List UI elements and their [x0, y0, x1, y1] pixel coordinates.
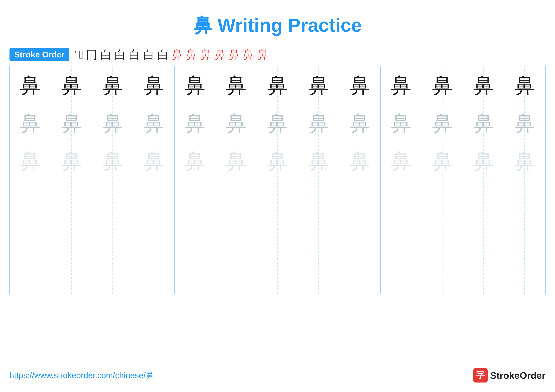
grid-cell[interactable]: [10, 180, 51, 218]
grid-cell[interactable]: 鼻: [298, 104, 339, 142]
grid-cell[interactable]: [51, 256, 92, 294]
grid-cell[interactable]: 鼻: [463, 142, 504, 180]
stroke-9: 鼻: [171, 49, 183, 60]
grid-cell[interactable]: 鼻: [175, 66, 216, 104]
grid-cell[interactable]: 鼻: [463, 66, 504, 104]
grid-cell[interactable]: 鼻: [257, 66, 298, 104]
grid-cell[interactable]: [133, 218, 174, 256]
grid-cell[interactable]: [339, 218, 380, 256]
stroke-order-section: Stroke Order ' 𠃌 冂 白 白 白 白 白 鼻 鼻 鼻 鼻 鼻 鼻…: [0, 45, 555, 66]
grid-cell[interactable]: [51, 218, 92, 256]
table-row: [10, 256, 545, 294]
practice-char: 鼻: [391, 112, 411, 135]
grid-cell[interactable]: 鼻: [257, 104, 298, 142]
grid-cell[interactable]: [216, 218, 257, 256]
practice-char: 鼻: [391, 73, 411, 97]
grid-cell[interactable]: [380, 218, 422, 256]
grid-cell[interactable]: 鼻: [422, 104, 463, 142]
grid-cell[interactable]: [257, 180, 298, 218]
stroke-2: 𠃌: [79, 49, 83, 60]
stroke-3: 冂: [86, 49, 97, 60]
grid-cell[interactable]: 鼻: [216, 104, 257, 142]
grid-cell[interactable]: [216, 256, 257, 294]
stroke-8: 白: [157, 49, 169, 60]
grid-cell[interactable]: 鼻: [216, 142, 257, 180]
grid-cell[interactable]: [298, 180, 339, 218]
grid-cell[interactable]: [463, 256, 504, 294]
grid-cell[interactable]: [257, 218, 298, 256]
grid-cell[interactable]: 鼻: [10, 142, 51, 180]
grid-cell[interactable]: 鼻: [51, 142, 92, 180]
grid-cell[interactable]: [10, 218, 51, 256]
grid-cell[interactable]: [92, 180, 133, 218]
practice-char: 鼻: [391, 150, 411, 172]
grid-cell[interactable]: 鼻: [257, 142, 298, 180]
grid-cell[interactable]: [339, 256, 380, 294]
grid-cell[interactable]: 鼻: [298, 66, 339, 104]
grid-cell[interactable]: [504, 256, 545, 294]
grid-cell[interactable]: 鼻: [463, 104, 504, 142]
grid-cell[interactable]: [298, 218, 339, 256]
practice-char: 鼻: [102, 150, 123, 172]
grid-cell[interactable]: 鼻: [92, 142, 133, 180]
grid-cell[interactable]: 鼻: [175, 104, 216, 142]
grid-cell[interactable]: 鼻: [339, 104, 380, 142]
grid-cell[interactable]: [339, 180, 380, 218]
footer-link[interactable]: https://www.strokeorder.com/chinese/鼻: [9, 370, 154, 381]
grid-cell[interactable]: 鼻: [422, 142, 463, 180]
grid-cell[interactable]: 鼻: [133, 66, 174, 104]
grid-cell[interactable]: [380, 180, 422, 218]
grid-cell[interactable]: 鼻: [133, 142, 174, 180]
grid-cell[interactable]: [133, 256, 174, 294]
grid-cell[interactable]: 鼻: [380, 142, 422, 180]
practice-char: 鼻: [144, 112, 164, 135]
grid-cell[interactable]: [298, 256, 339, 294]
grid-cell[interactable]: [175, 256, 216, 294]
grid-cell[interactable]: 鼻: [51, 66, 92, 104]
grid-cell[interactable]: 鼻: [422, 66, 463, 104]
grid-cell[interactable]: 鼻: [10, 66, 51, 104]
grid-cell[interactable]: [422, 180, 463, 218]
grid-cell[interactable]: [216, 180, 257, 218]
grid-cell[interactable]: [422, 218, 463, 256]
grid-cell[interactable]: [51, 180, 92, 218]
grid-cell[interactable]: 鼻: [92, 66, 133, 104]
table-row: 鼻 鼻 鼻 鼻 鼻 鼻 鼻 鼻 鼻 鼻 鼻 鼻 鼻: [10, 142, 545, 180]
grid-cell[interactable]: 鼻: [504, 104, 545, 142]
grid-cell[interactable]: [92, 218, 133, 256]
stroke-11: 鼻: [200, 49, 211, 60]
grid-cell[interactable]: 鼻: [133, 104, 174, 142]
practice-char: 鼻: [473, 73, 494, 97]
practice-char: 鼻: [267, 150, 288, 172]
grid-cell[interactable]: 鼻: [216, 66, 257, 104]
grid-cell[interactable]: [463, 218, 504, 256]
grid-cell[interactable]: 鼻: [504, 142, 545, 180]
grid-cell[interactable]: [133, 180, 174, 218]
grid-cell[interactable]: [92, 256, 133, 294]
grid-cell[interactable]: 鼻: [380, 66, 422, 104]
grid-cell[interactable]: [380, 256, 422, 294]
grid-cell[interactable]: 鼻: [339, 66, 380, 104]
grid-cell[interactable]: [175, 218, 216, 256]
grid-cell[interactable]: 鼻: [298, 142, 339, 180]
grid-cell[interactable]: [422, 256, 463, 294]
grid-cell[interactable]: 鼻: [51, 104, 92, 142]
grid-cell[interactable]: 鼻: [10, 104, 51, 142]
grid-cell[interactable]: 鼻: [504, 66, 545, 104]
grid-cell[interactable]: [10, 256, 51, 294]
grid-cell[interactable]: [463, 180, 504, 218]
grid-cell[interactable]: [504, 180, 545, 218]
stroke-chars-container: ' 𠃌 冂 白 白 白 白 白 鼻 鼻 鼻 鼻 鼻 鼻 鼻: [74, 49, 268, 60]
stroke-7: 白: [143, 49, 154, 60]
stroke-12: 鼻: [214, 49, 226, 60]
grid-cell[interactable]: 鼻: [92, 104, 133, 142]
practice-char: 鼻: [514, 112, 535, 135]
grid-cell[interactable]: 鼻: [175, 142, 216, 180]
grid-cell[interactable]: 鼻: [380, 104, 422, 142]
stroke-14: 鼻: [243, 49, 254, 60]
grid-cell[interactable]: [175, 180, 216, 218]
practice-char: 鼻: [185, 73, 205, 97]
grid-cell[interactable]: [504, 218, 545, 256]
grid-cell[interactable]: [257, 256, 298, 294]
grid-cell[interactable]: 鼻: [339, 142, 380, 180]
